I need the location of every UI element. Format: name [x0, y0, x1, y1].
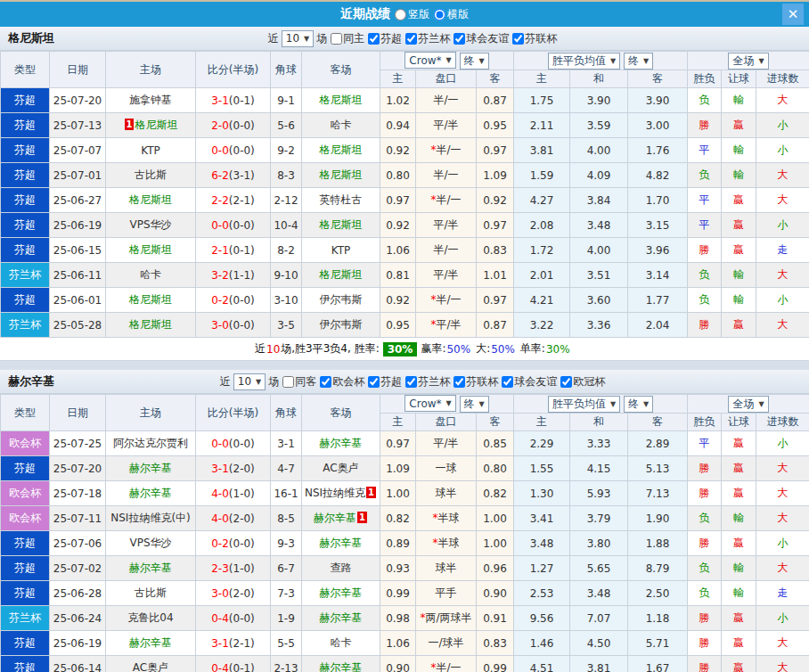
league-checkbox[interactable]	[320, 376, 331, 388]
away-team-cell: 格尼斯坦	[302, 213, 380, 238]
result-cell-text: 勝	[699, 636, 710, 649]
league-badge: 欧会杯	[1, 431, 49, 455]
handicap-cell: 半/一	[416, 238, 477, 263]
same-venue-filter[interactable]: 同主	[330, 31, 364, 46]
avg-away-cell: 1.18	[628, 606, 688, 631]
league-badge: 芬超	[1, 456, 49, 480]
odds-home-cell: 0.80	[380, 163, 416, 188]
same-venue-checkbox[interactable]	[282, 376, 294, 388]
result-cell: 负	[688, 288, 722, 313]
avg-away-cell: 3.00	[628, 113, 688, 138]
date-cell: 25-07-20	[50, 456, 106, 481]
corner-cell: 9-2	[271, 138, 302, 163]
away-team-cell: 赫尔辛基	[302, 606, 380, 631]
odds-home-cell: 0.97	[380, 188, 416, 213]
odds-home-cell: 0.81	[380, 263, 416, 288]
home-team-cell: VPS华沙	[106, 213, 196, 238]
scope-select[interactable]: 全场	[728, 53, 768, 70]
table-row: 芬超25-06-19赫尔辛基3-1(2-1)5-5哈卡1.06一/球半0.831…	[1, 631, 809, 656]
goals-cell-text: 大	[778, 168, 789, 181]
same-venue-label: 同主	[343, 31, 364, 46]
date-cell: 25-06-14	[50, 656, 106, 672]
layout-option-vertical[interactable]: 竖版	[395, 7, 429, 22]
corner-cell: 7-3	[271, 581, 302, 606]
date-cell: 25-07-13	[50, 113, 106, 138]
half-score: (2-1)	[229, 194, 255, 207]
goals-cell: 大	[756, 88, 809, 113]
date-cell: 25-07-07	[50, 138, 106, 163]
avg-draw-cell: 3.90	[570, 88, 628, 113]
handicap-result-cell-text: 輸	[733, 143, 744, 156]
layout-option-horizontal[interactable]: 横版	[434, 7, 469, 22]
avg-draw-cell: 3.48	[570, 213, 628, 238]
league-checkbox[interactable]	[502, 376, 513, 388]
half-score: (0-1)	[229, 94, 255, 107]
match-count-select[interactable]: 10	[282, 30, 314, 47]
half-score: (1-0)	[229, 562, 255, 575]
half-score: (0-1)	[229, 662, 255, 672]
half-score: (0-0)	[229, 319, 255, 332]
handicap-result-cell: 贏	[722, 431, 756, 456]
half-score: (1-1)	[229, 269, 255, 282]
league-filter-芬联杯[interactable]: 芬联杯	[511, 31, 557, 46]
final-odds-select-2[interactable]: 终	[624, 396, 653, 413]
league-badge: 芬超	[1, 88, 49, 112]
summary-mid: 场,胜3平3负4, 胜率:	[281, 341, 379, 356]
goals-cell: 小	[756, 213, 809, 238]
home-team-cell: VPS华沙	[106, 531, 196, 556]
league-badge: 芬超	[1, 631, 49, 655]
league-badge: 芬超	[1, 113, 49, 137]
vertical-radio[interactable]	[395, 9, 406, 20]
league-badge: 芬兰杯	[1, 263, 49, 287]
avg-select[interactable]: 胜平负均值	[548, 53, 620, 70]
scope-select[interactable]: 全场	[728, 396, 768, 413]
avg-draw-cell: 5.65	[570, 556, 628, 581]
bookmaker-select[interactable]: Crow*	[404, 52, 455, 69]
handicap-result-cell: 輸	[722, 138, 756, 163]
league-badge: 欧会杯	[1, 506, 49, 530]
same-venue-checkbox[interactable]	[331, 33, 342, 45]
league-filter-芬兰杯[interactable]: 芬兰杯	[404, 31, 450, 46]
league-checkbox[interactable]	[512, 33, 524, 45]
league-filter-芬兰杯[interactable]: 芬兰杯	[404, 374, 450, 389]
close-icon[interactable]: ✕	[782, 4, 804, 25]
league-checkbox[interactable]	[368, 376, 380, 388]
league-filter-芬超[interactable]: 芬超	[367, 374, 402, 389]
final-score: 3-1	[211, 637, 229, 650]
away-team-cell: 哈卡	[302, 631, 380, 656]
same-venue-filter[interactable]: 同客	[282, 374, 316, 389]
handicap-result-cell-text: 贏	[733, 119, 744, 131]
goals-cell-text: 小	[778, 293, 789, 306]
horizontal-radio-label: 横版	[447, 7, 469, 22]
league-filter-label: 芬联杯	[525, 31, 557, 46]
match-count-select[interactable]: 10	[233, 373, 266, 390]
avg-home-cell: 9.56	[514, 606, 570, 631]
league-checkbox[interactable]	[405, 33, 417, 45]
league-checkbox[interactable]	[454, 33, 465, 45]
league-checkbox[interactable]	[454, 376, 465, 388]
league-checkbox[interactable]	[405, 376, 417, 388]
horizontal-radio[interactable]	[434, 9, 445, 20]
final-odds-select-2[interactable]: 终	[624, 53, 653, 70]
handicap-result-cell-text: 輸	[733, 168, 744, 181]
league-filter-球会友谊[interactable]: 球会友谊	[501, 374, 557, 389]
league-badge: 芬超	[1, 581, 49, 605]
avg-draw-cell: 4.50	[570, 631, 628, 656]
league-cell: 芬超	[1, 531, 50, 556]
odds-home-cell: 1.06	[380, 238, 416, 263]
final-score: 3-0	[211, 587, 229, 600]
bookmaker-select[interactable]: Crow*	[404, 395, 455, 412]
league-filter-欧会杯[interactable]: 欧会杯	[319, 374, 364, 389]
col-avg-draw: 和	[570, 70, 628, 88]
final-odds-select-1[interactable]: 终	[460, 53, 489, 70]
league-filter-欧冠杯[interactable]: 欧冠杯	[560, 374, 605, 389]
final-odds-select-1[interactable]: 终	[460, 396, 489, 413]
league-filter-芬联杯[interactable]: 芬联杯	[453, 374, 498, 389]
avg-select[interactable]: 胜平负均值	[548, 396, 620, 413]
avg-away-cell: 1.70	[628, 188, 688, 213]
league-filter-球会友谊[interactable]: 球会友谊	[453, 31, 509, 46]
league-checkbox[interactable]	[560, 376, 572, 388]
league-checkbox[interactable]	[368, 33, 380, 45]
league-filter-芬超[interactable]: 芬超	[367, 31, 402, 46]
league-badge: 芬超	[1, 531, 49, 555]
